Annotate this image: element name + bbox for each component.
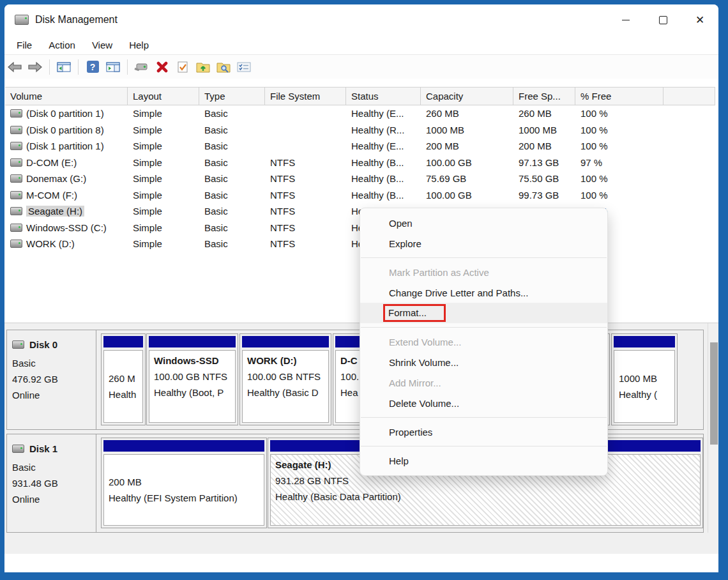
table-header: Volume Layout Type File System Status Ca…	[5, 87, 715, 105]
checklist-icon	[236, 61, 252, 73]
toolbar: ?	[4, 55, 718, 79]
back-button[interactable]	[5, 57, 24, 77]
column-header-free-space[interactable]: Free Sp...	[513, 88, 575, 105]
checklist-button[interactable]	[234, 57, 254, 77]
menu-item-shrink-volume[interactable]: Shrink Volume...	[360, 352, 607, 372]
volume-icon	[10, 207, 22, 215]
volume-icon	[10, 240, 22, 248]
show-action-pane-icon	[105, 61, 121, 73]
menu-item-change-drive-letter[interactable]: Change Drive Letter and Paths...	[360, 282, 607, 303]
menu-item-explore[interactable]: Explore	[360, 233, 607, 254]
volume-icon	[10, 174, 22, 183]
menu-bar: File Action View Help	[4, 35, 718, 55]
forward-button[interactable]	[26, 57, 45, 77]
disk-management-window: Disk Management ✕ File Action View Help	[4, 4, 718, 572]
toolbar-separator	[78, 59, 79, 75]
menu-help[interactable]: Help	[121, 40, 157, 50]
menu-item-format[interactable]: Format...	[360, 303, 607, 323]
partition-disk0-recovery[interactable]: 260 M Health	[101, 333, 146, 425]
menu-item-delete-volume[interactable]: Delete Volume...	[360, 393, 607, 413]
volume-icon	[10, 142, 22, 150]
column-header-empty	[664, 88, 715, 105]
show-console-tree-button[interactable]	[54, 57, 73, 77]
minimize-button[interactable]	[607, 4, 644, 35]
table-row[interactable]: (Disk 1 partition 1) Simple Basic Health…	[5, 138, 715, 155]
volume-icon	[10, 158, 22, 167]
column-header-volume[interactable]: Volume	[5, 88, 128, 105]
menu-separator	[361, 257, 607, 258]
column-header-capacity[interactable]: Capacity	[421, 88, 513, 105]
menu-item-mark-partition-active: Mark Partition as Active	[360, 262, 607, 282]
disk-size: 931.48 GB	[12, 475, 91, 491]
folder-search-button[interactable]	[214, 57, 233, 77]
scrollbar-thumb[interactable]	[710, 342, 718, 445]
maximize-icon	[659, 16, 667, 24]
context-menu: Open Explore Mark Partition as Active Ch…	[360, 208, 608, 476]
menu-item-open[interactable]: Open	[360, 213, 607, 233]
volume-icon	[10, 126, 22, 134]
menu-action[interactable]: Action	[40, 40, 84, 50]
rescan-disks-icon	[134, 61, 149, 73]
disk-icon	[12, 445, 24, 453]
delete-icon	[155, 61, 169, 73]
menu-item-properties[interactable]: Properties	[360, 422, 607, 442]
toolbar-separator	[127, 59, 128, 75]
minimize-icon	[622, 20, 630, 20]
disk-status: Online	[12, 387, 91, 403]
validate-document-button[interactable]	[173, 57, 192, 77]
volume-icon	[10, 191, 22, 199]
partition-work[interactable]: WORK (D:) 100.00 GB NTFS Healthy (Basic …	[239, 333, 331, 425]
partition-color-bar	[149, 336, 236, 347]
partition-efi-system[interactable]: 200 MB Healthy (EFI System Partition)	[101, 438, 267, 528]
title-bar[interactable]: Disk Management ✕	[4, 4, 718, 35]
menu-item-add-mirror: Add Mirror...	[360, 372, 607, 393]
disk-size: 476.92 GB	[12, 371, 91, 387]
column-header-file-system[interactable]: File System	[265, 88, 346, 105]
partition-color-bar	[614, 336, 675, 347]
close-icon: ✕	[695, 15, 704, 26]
disk-management-app-icon	[15, 15, 29, 25]
help-button[interactable]: ?	[83, 57, 102, 77]
format-annotation-box: Format...	[383, 304, 446, 322]
column-header-pct-free[interactable]: % Free	[575, 88, 664, 105]
show-console-tree-icon	[56, 61, 72, 73]
volume-icon	[10, 109, 22, 118]
folder-search-icon	[216, 61, 231, 73]
menu-view[interactable]: View	[84, 40, 121, 50]
disk-0-label[interactable]: Disk 0 Basic 476.92 GB Online	[7, 330, 96, 429]
folder-up-button[interactable]	[193, 57, 213, 77]
disk-type: Basic	[12, 459, 91, 475]
rescan-disks-button[interactable]	[132, 57, 151, 77]
table-row[interactable]: M-COM (F:) Simple Basic NTFS Healthy (B.…	[5, 187, 715, 204]
table-row[interactable]: D-COM (E:) Simple Basic NTFS Healthy (B.…	[5, 155, 715, 171]
table-row[interactable]: Donemax (G:) Simple Basic NTFS Healthy (…	[5, 171, 715, 187]
column-header-type[interactable]: Type	[199, 88, 265, 105]
column-header-status[interactable]: Status	[346, 88, 421, 105]
desktop-background: Disk Management ✕ File Action View Help	[0, 0, 728, 580]
disk-1-label[interactable]: Disk 1 Basic 931.48 GB Online	[7, 434, 96, 532]
column-header-layout[interactable]: Layout	[128, 88, 199, 105]
close-button[interactable]: ✕	[681, 4, 718, 35]
show-action-pane-button[interactable]	[103, 57, 123, 77]
menu-file[interactable]: File	[8, 40, 40, 50]
maximize-button[interactable]	[644, 4, 681, 35]
disk-icon	[12, 340, 24, 349]
window-title: Disk Management	[35, 14, 118, 26]
volume-icon	[10, 224, 22, 232]
menu-separator	[361, 327, 607, 328]
validate-document-icon	[176, 61, 190, 73]
partition-color-bar	[103, 440, 264, 452]
partition-color-bar	[242, 336, 329, 347]
table-row[interactable]: (Disk 0 partition 1) Simple Basic Health…	[5, 105, 715, 122]
back-icon	[6, 61, 23, 73]
folder-up-icon	[195, 61, 211, 73]
menu-item-help[interactable]: Help	[360, 450, 607, 471]
vertical-scrollbar[interactable]	[708, 323, 718, 533]
delete-button[interactable]	[153, 57, 172, 77]
partition-disk0-1000mb[interactable]: 1000 MB Healthy (	[611, 333, 678, 425]
table-row[interactable]: (Disk 0 partition 8) Simple Basic Health…	[5, 122, 715, 139]
partition-windows-ssd[interactable]: Windows-SSD 100.00 GB NTFS Healthy (Boot…	[146, 333, 238, 425]
menu-item-extend-volume: Extend Volume...	[360, 332, 607, 352]
forward-icon	[27, 61, 43, 73]
help-icon: ?	[87, 61, 99, 73]
